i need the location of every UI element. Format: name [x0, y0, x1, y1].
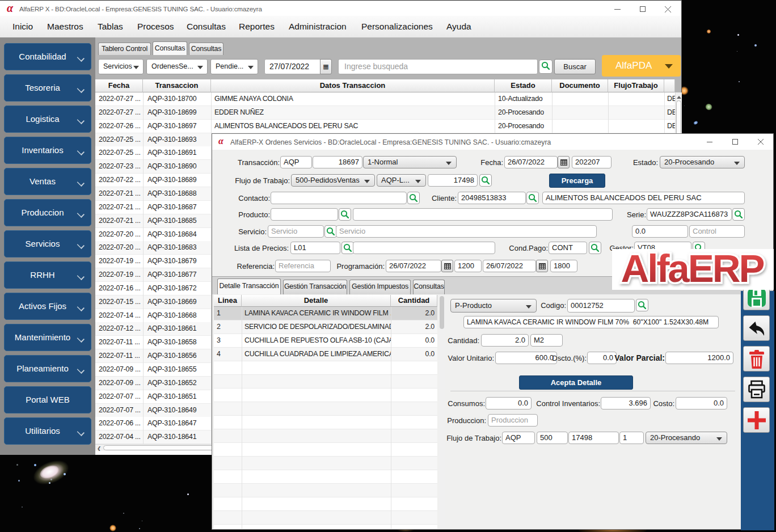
svg-text:AlfaERP: AlfaERP: [621, 249, 764, 290]
